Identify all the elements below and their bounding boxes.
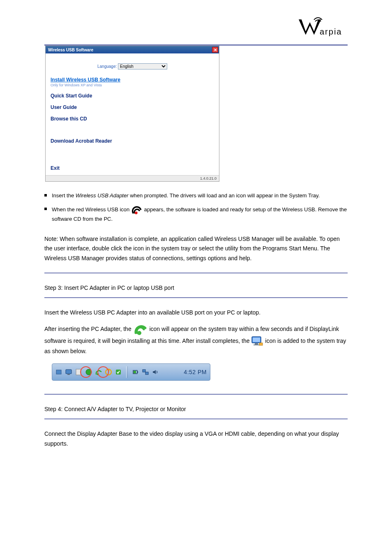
- tray-volume-icon: [152, 368, 159, 376]
- tray-clock: 4:52 PM: [184, 369, 207, 375]
- step-4-body: Connect the Display Adapter Base to the …: [44, 429, 348, 449]
- tray-network-icon: [142, 368, 149, 376]
- svg-rect-5: [253, 338, 260, 342]
- tray-icon: [55, 368, 63, 376]
- divider: [44, 419, 348, 419]
- download-reader-link[interactable]: Download Acrobat Reader: [51, 138, 214, 144]
- taskbar-screenshot: 4:52 PM: [52, 363, 210, 381]
- step-3-body-2: After inserting the PC Adapter, the icon…: [44, 323, 348, 356]
- step-3-body-1: Insert the Wireless USB PC Adapter into …: [44, 308, 348, 318]
- close-icon[interactable]: ✕: [212, 47, 218, 53]
- monitor-icon: [251, 336, 263, 347]
- brand-logo: arpia: [298, 13, 346, 40]
- highlight-circle: [97, 366, 109, 378]
- tray-monitor-icon: [65, 368, 73, 376]
- language-select[interactable]: English: [118, 63, 167, 69]
- quick-start-link[interactable]: Quick Start Guide: [51, 93, 214, 99]
- note-1: Note: When software installation is comp…: [44, 234, 348, 264]
- tray-separator: [126, 366, 128, 378]
- installer-version: 1.4.0.21.0: [46, 175, 219, 181]
- installer-window: Wireless USB Software ✕ Language: Englis…: [45, 46, 219, 182]
- bullet-icon: [44, 194, 47, 197]
- tray-icon: [115, 368, 122, 376]
- wireless-usb-icon: [131, 205, 143, 215]
- step-4-title: Step 4: Connect A/V Adapter to TV, Proje…: [44, 405, 348, 414]
- svg-rect-11: [67, 374, 70, 375]
- install-subtext: Only for Windows XP and Vista: [51, 83, 214, 87]
- svg-rect-8: [259, 343, 263, 345]
- svg-rect-20: [143, 370, 145, 372]
- installer-title-text: Wireless USB Software: [48, 48, 93, 52]
- highlight-circle: [80, 366, 92, 378]
- step-3-title: Step 3: Insert PC Adapter in PC or lapto…: [44, 283, 348, 293]
- install-link[interactable]: Install Wireless USB Software: [51, 77, 214, 83]
- svg-rect-6: [255, 343, 258, 345]
- svg-text:arpia: arpia: [320, 27, 342, 36]
- divider: [44, 394, 348, 395]
- svg-rect-7: [254, 345, 259, 345]
- divider: [44, 297, 348, 298]
- user-guide-link[interactable]: User Guide: [51, 104, 214, 110]
- wireless-usb-icon: [133, 323, 148, 336]
- bullet-icon: [44, 208, 47, 210]
- tray-battery-icon: [132, 368, 139, 376]
- divider: [44, 273, 348, 273]
- svg-point-3: [137, 331, 141, 335]
- svg-rect-18: [137, 371, 138, 373]
- svg-rect-21: [145, 372, 148, 375]
- installer-titlebar: Wireless USB Software ✕: [46, 46, 219, 53]
- bullet-1: Insert the Wireless USB Adapter when pro…: [52, 192, 320, 200]
- browse-cd-link[interactable]: Browse this CD: [51, 116, 214, 122]
- svg-rect-19: [134, 371, 136, 373]
- bullet-2: When the red Wireless USB icon appears, …: [52, 205, 348, 224]
- svg-point-2: [135, 211, 138, 214]
- svg-rect-9: [56, 370, 61, 374]
- svg-rect-10: [66, 370, 71, 374]
- language-label: Language:: [97, 64, 117, 69]
- exit-link[interactable]: Exit: [51, 165, 60, 171]
